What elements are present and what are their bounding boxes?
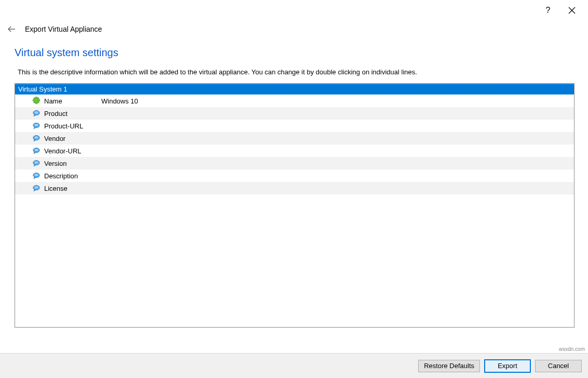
- bubble-icon: [32, 121, 41, 131]
- watermark: wsxdn.com: [559, 346, 585, 352]
- group-header[interactable]: Virtual System 1: [15, 84, 574, 95]
- row-label: License: [44, 185, 101, 192]
- row-label: Name: [44, 97, 101, 105]
- settings-tree[interactable]: Virtual System 1 Name Windows 10 Product: [15, 83, 574, 328]
- svg-point-15: [33, 160, 39, 165]
- bubble-icon: [32, 134, 41, 143]
- bubble-icon: [32, 146, 41, 155]
- footer: Restore Defaults Export Cancel: [0, 353, 588, 378]
- bubble-icon: [32, 184, 41, 193]
- content: Virtual system settings This is the desc…: [0, 37, 588, 328]
- back-button[interactable]: [7, 26, 20, 32]
- page-title: Virtual system settings: [15, 47, 573, 59]
- breadcrumb: Export Virtual Appliance: [0, 21, 588, 37]
- row-label: Vendor-URL: [44, 147, 101, 155]
- back-arrow-icon: [7, 26, 16, 32]
- svg-point-18: [33, 173, 39, 177]
- titlebar: ?: [0, 0, 588, 21]
- row-value: Windows 10: [101, 97, 138, 105]
- svg-point-3: [33, 110, 39, 115]
- row-product-url[interactable]: Product-URL: [15, 120, 574, 132]
- svg-point-9: [33, 135, 39, 140]
- row-label: Version: [44, 160, 101, 167]
- breadcrumb-text: Export Virtual Appliance: [25, 25, 102, 33]
- svg-point-6: [33, 123, 39, 127]
- bubble-icon: [32, 109, 41, 118]
- page-description: This is the descriptive information whic…: [18, 68, 573, 76]
- row-vendor-url[interactable]: Vendor-URL: [15, 145, 574, 157]
- row-label: Vendor: [44, 135, 101, 142]
- row-product[interactable]: Product: [15, 107, 574, 120]
- close-button[interactable]: [560, 3, 584, 18]
- row-label: Product-URL: [44, 122, 101, 130]
- row-version[interactable]: Version: [15, 157, 574, 170]
- row-name[interactable]: Name Windows 10: [15, 95, 574, 107]
- svg-point-21: [33, 185, 39, 190]
- puzzle-icon: [32, 96, 41, 106]
- bubble-icon: [32, 171, 41, 180]
- cancel-button[interactable]: Cancel: [535, 360, 582, 372]
- row-license[interactable]: License: [15, 182, 574, 194]
- help-button[interactable]: ?: [536, 3, 560, 18]
- svg-point-12: [33, 148, 39, 152]
- row-label: Product: [44, 110, 101, 118]
- close-icon: [568, 7, 576, 14]
- row-vendor[interactable]: Vendor: [15, 132, 574, 145]
- row-description[interactable]: Description: [15, 170, 574, 182]
- bubble-icon: [32, 159, 41, 168]
- export-button[interactable]: Export: [484, 359, 531, 373]
- restore-defaults-button[interactable]: Restore Defaults: [418, 360, 480, 372]
- row-label: Description: [44, 172, 101, 180]
